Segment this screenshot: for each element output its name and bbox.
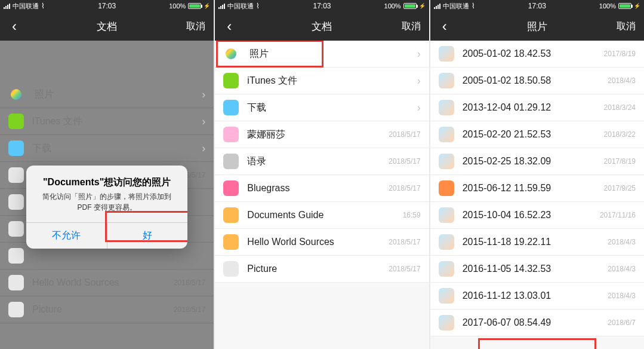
cancel-button[interactable]: 取消 [617, 20, 636, 33]
signal-icon [218, 4, 225, 9]
photos-icon [226, 48, 236, 59]
item-date: 2018/3/24 [604, 103, 636, 112]
item-label: Documents Guide [247, 210, 402, 221]
item-label: iTunes 文件 [247, 75, 412, 87]
permission-overlay: 照片› iTunes 文件› 下载› 蒙娜丽莎2018/5/17 Hello W… [0, 41, 214, 349]
photo-thumbnail-icon [439, 100, 454, 115]
item-date: 2018/5/17 [389, 130, 420, 139]
photo-thumbnail-icon [439, 315, 454, 330]
chevron-right-icon: › [417, 102, 421, 114]
item-label: 2013-12-04 01.29.12 [463, 102, 604, 113]
carrier-label: 中国联通 [227, 2, 254, 11]
nav-bar: ‹ 文档 取消 [215, 12, 429, 41]
file-list: 照片› iTunes 文件› 下载› 蒙娜丽莎2018/5/17 Hello W… [0, 41, 214, 349]
photo-thumbnail-icon [439, 234, 454, 250]
charging-icon: ⚡ [204, 3, 210, 9]
list-item[interactable]: 2015-02-20 21.52.532018/3/22 [430, 121, 644, 148]
list-item-downloads[interactable]: 下载› [215, 94, 429, 121]
photo-thumbnail-icon [439, 288, 454, 304]
screen-3: 中国联通 ⌇ 17:03 100% ⚡ ‹ 照片 取消 2005-01-02 1… [430, 0, 644, 349]
photo-thumbnail-icon [439, 207, 454, 223]
item-label: 2017-06-07 08.54.49 [463, 317, 608, 328]
battery-percentage: 100% [169, 2, 186, 10]
status-bar: 中国联通 ⌇ 17:03 100% ⚡ [215, 0, 429, 12]
battery-percentage: 100% [384, 2, 401, 10]
item-label: Bluegrass [247, 183, 389, 194]
wifi-icon: ⌇ [472, 2, 475, 10]
list-item[interactable]: 2005-01-02 18.50.582018/4/3 [430, 68, 644, 94]
item-date: 2018/6/7 [608, 319, 636, 327]
battery-icon [403, 3, 417, 9]
list-item[interactable]: 2016-11-05 14.32.532018/4/3 [430, 256, 644, 283]
item-label: 2015-02-25 18.32.09 [463, 156, 604, 167]
list-item[interactable]: Bluegrass2018/5/17 [215, 175, 429, 202]
item-date: 2018/5/17 [389, 238, 420, 246]
chevron-right-icon: › [417, 75, 421, 87]
chevron-right-icon: › [417, 48, 421, 60]
list-item-itunes[interactable]: iTunes 文件› [215, 68, 429, 94]
list-item[interactable]: 2005-01-02 18.42.532017/8/19 [430, 41, 644, 68]
item-label: 照片 [249, 48, 412, 60]
back-button[interactable]: ‹ [430, 18, 459, 35]
item-date: 2018/4/3 [608, 292, 636, 300]
list-item[interactable]: 蒙娜丽莎2018/5/17 [215, 121, 429, 148]
photo-thumbnail-icon [439, 154, 454, 169]
item-date: 2018/5/17 [389, 157, 420, 166]
file-icon [223, 234, 239, 250]
item-date: 16:59 [403, 211, 421, 219]
cancel-button[interactable]: 取消 [186, 20, 205, 33]
carrier-label: 中国联通 [443, 2, 469, 11]
list-item[interactable]: 语录2018/5/17 [215, 148, 429, 175]
list-item[interactable]: 2015-10-04 16.52.232017/11/16 [430, 202, 644, 229]
page-title: 照片 [527, 20, 547, 33]
item-label: Picture [247, 264, 389, 274]
item-date: 2018/4/3 [608, 76, 636, 85]
list-item[interactable]: Picture2018/5/17 [215, 256, 429, 283]
nav-bar: ‹ 文档 取消 [0, 12, 214, 41]
screen-2: 中国联通 ⌇ 17:03 100% ⚡ ‹ 文档 取消 照片› iTunes 文… [215, 0, 429, 349]
item-date: 2017/11/16 [600, 211, 636, 219]
item-label: 蒙娜丽莎 [247, 128, 389, 141]
file-icon [223, 127, 239, 142]
carrier-label: 中国联通 [13, 2, 39, 11]
list-item[interactable]: 2015-02-25 18.32.092017/8/19 [430, 148, 644, 175]
item-date: 2018/4/3 [608, 238, 636, 246]
back-button[interactable]: ‹ [0, 18, 29, 35]
allow-button[interactable]: 好 [107, 223, 188, 249]
list-item[interactable]: 2015-06-12 11.59.592017/9/25 [430, 175, 644, 202]
status-time: 17:03 [313, 2, 331, 10]
item-label: 2015-06-12 11.59.59 [463, 183, 604, 194]
nav-bar: ‹ 照片 取消 [430, 12, 644, 41]
list-item[interactable]: 2015-11-18 19.22.112018/4/3 [430, 229, 644, 256]
back-button[interactable]: ‹ [215, 18, 244, 35]
status-time: 17:03 [528, 2, 546, 10]
item-label: 2005-01-02 18.42.53 [463, 48, 604, 59]
list-item[interactable]: 2016-11-12 13.03.012018/4/3 [430, 283, 644, 310]
list-item[interactable]: Hello World Sources2018/5/17 [215, 229, 429, 256]
item-label: 2015-10-04 16.52.23 [463, 210, 600, 221]
cancel-button[interactable]: 取消 [402, 20, 421, 33]
list-item[interactable]: Documents Guide16:59 [215, 202, 429, 229]
permission-dialog: "Documents"想访问您的照片 简化访问「照片」的步骤，将照片添加到 PD… [26, 166, 187, 249]
item-label: 2016-11-05 14.32.53 [463, 264, 608, 274]
list-item[interactable]: 2013-12-04 01.29.122018/3/24 [430, 94, 644, 121]
item-label: 语录 [247, 155, 389, 168]
wifi-icon: ⌇ [41, 2, 45, 10]
deny-button[interactable]: 不允许 [26, 223, 107, 249]
photo-thumbnail-icon [439, 73, 454, 88]
item-date: 2018/3/22 [604, 130, 636, 139]
list-item-photos[interactable]: 照片› [215, 41, 429, 68]
photo-thumbnail-icon [439, 127, 454, 142]
photo-list: 2005-01-02 18.42.532017/8/19 2005-01-02 … [430, 41, 644, 349]
list-item[interactable]: 2017-06-07 08.54.492018/6/7 [430, 310, 644, 336]
music-icon [223, 180, 239, 196]
status-time: 17:03 [98, 2, 116, 10]
status-bar: 中国联通 ⌇ 17:03 100% ⚡ [430, 0, 644, 12]
page-title: 文档 [97, 20, 117, 33]
item-label: 2015-02-20 21.52.53 [463, 129, 604, 140]
item-date: 2018/5/17 [389, 265, 420, 273]
item-date: 2017/9/25 [604, 184, 636, 192]
wifi-icon: ⌇ [256, 2, 260, 10]
item-label: 下载 [247, 102, 412, 114]
item-date: 2017/8/19 [604, 50, 636, 58]
